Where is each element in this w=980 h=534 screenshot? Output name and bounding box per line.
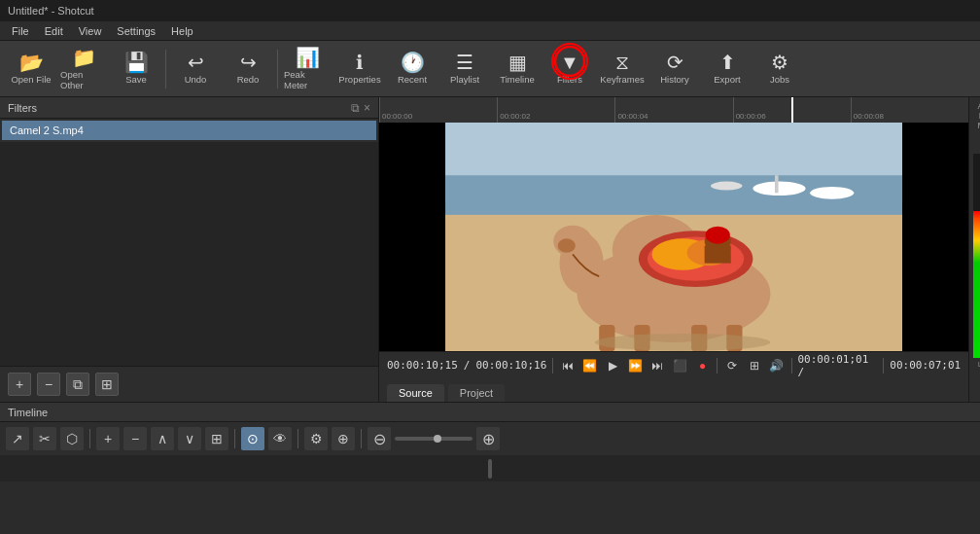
filter-remove-btn[interactable]: − (37, 373, 60, 396)
ruler-mark-2: 00:00:02 (497, 97, 530, 123)
current-timecode: 00:00:10;15 (387, 359, 458, 372)
filters-content (0, 142, 378, 366)
export-button[interactable]: ⬆ Export (702, 45, 752, 93)
scrubber-bar[interactable]: 00:00:00 00:00:02 00:00:04 00:00:06 00:0… (379, 97, 968, 123)
in-point: 00:00:01;01 / (797, 353, 877, 378)
playhead[interactable] (791, 97, 793, 123)
filter-copy-btn[interactable]: ⧉ (66, 373, 89, 396)
history-label: History (660, 74, 689, 85)
play-btn[interactable]: ▶ (605, 357, 621, 374)
tl-block-btn[interactable]: ⬡ (60, 427, 84, 450)
timeline-label: Timeline (500, 74, 535, 85)
timeline-resizer[interactable] (488, 459, 492, 479)
svg-point-0 (555, 47, 584, 76)
open-other-label: Open Other (60, 69, 107, 90)
audio-panel-title: Audio Peak Meter (973, 101, 980, 130)
properties-button[interactable]: ℹ Properties (334, 45, 385, 93)
filters-buttons: + − ⧉ ⊞ (0, 366, 378, 402)
audio-panel: Audio Peak Meter 3 0 -5 -10 -15 -20 -25 … (968, 97, 980, 402)
save-button[interactable]: 💾 Save (111, 45, 161, 93)
jobs-label: Jobs (770, 74, 789, 85)
svg-point-23 (706, 227, 730, 244)
keyframes-button[interactable]: ⧖ Keyframes (597, 45, 648, 93)
history-button[interactable]: ⟳ History (649, 45, 700, 93)
paste-icon: ⊞ (101, 376, 113, 392)
peak-meter-icon: 📊 (296, 48, 320, 67)
tab-source[interactable]: Source (387, 384, 444, 402)
open-other-button[interactable]: 📁 Open Other (58, 45, 109, 93)
undo-button[interactable]: ↩ Undo (170, 45, 221, 93)
filters-button[interactable]: ▼ Filters (544, 45, 595, 93)
meter-bars: L R (973, 134, 980, 398)
transport-sep-4 (883, 358, 884, 374)
toggle-loop-btn[interactable]: ⟳ (723, 357, 740, 374)
record-btn[interactable]: ● (694, 357, 711, 374)
tl-down-btn[interactable]: ∨ (178, 427, 201, 450)
tab-project[interactable]: Project (448, 384, 505, 402)
jobs-icon: ⚙ (771, 53, 788, 72)
tl-sep-1 (89, 429, 90, 448)
svg-point-3 (752, 182, 805, 196)
menu-bar: File Edit View Settings Help (0, 21, 980, 41)
filter-add-btn[interactable]: + (8, 373, 31, 396)
timeline-button[interactable]: ▦ Timeline (492, 45, 542, 93)
tl-add-btn[interactable]: + (96, 427, 120, 450)
timeline-icon: ▦ (508, 53, 527, 72)
menu-edit[interactable]: Edit (37, 23, 71, 39)
tl-grid-btn[interactable]: ⊞ (205, 427, 228, 450)
peak-meter-label: Peak Meter (284, 69, 331, 90)
tl-remove-btn[interactable]: − (123, 427, 147, 450)
main-content: Filters ⧉ × Camel 2 S.mp4 + − ⧉ ⊞ (0, 97, 980, 402)
copy-icon: ⧉ (73, 376, 83, 393)
rewind-btn[interactable]: ⏪ (581, 357, 598, 374)
peak-meter-button[interactable]: 📊 Peak Meter (282, 45, 332, 93)
history-icon: ⟳ (667, 53, 683, 72)
tl-razor-btn[interactable]: ✂ (33, 427, 56, 450)
tl-circle-btn[interactable]: ⊕ (332, 427, 355, 450)
filters-close-btn[interactable]: × (364, 101, 370, 115)
export-icon: ⬆ (719, 53, 736, 72)
left-meter (973, 154, 980, 358)
toolbar: 📂 Open File 📁 Open Other 💾 Save ↩ Undo ↪… (0, 41, 980, 97)
filter-paste-btn[interactable]: ⊞ (95, 373, 119, 396)
filters-header: Filters ⧉ × (0, 97, 378, 119)
open-file-label: Open File (11, 74, 51, 85)
filters-file-item[interactable]: Camel 2 S.mp4 (2, 121, 376, 140)
skip-to-end-btn[interactable]: ⏭ (649, 357, 666, 374)
source-project-tabs: Source Project (379, 378, 968, 402)
tl-zoom-in-btn[interactable]: ⊕ (476, 427, 500, 450)
menu-help[interactable]: Help (163, 23, 201, 39)
tl-arrow-btn[interactable]: ↗ (6, 427, 29, 450)
tl-zoom-out-btn[interactable]: ⊖ (368, 427, 391, 450)
video-frame (379, 123, 968, 351)
open-file-button[interactable]: 📂 Open File (6, 45, 56, 93)
filters-float-btn[interactable]: ⧉ (351, 101, 360, 115)
svg-point-24 (595, 334, 771, 351)
vol-btn[interactable]: 🔊 (768, 357, 785, 374)
playlist-button[interactable]: ☰ Playlist (439, 45, 490, 93)
fast-forward-btn[interactable]: ⏩ (627, 357, 644, 374)
menu-view[interactable]: View (71, 23, 110, 39)
jobs-button[interactable]: ⚙ Jobs (754, 45, 805, 93)
open-other-icon: 📁 (72, 48, 96, 67)
recent-label: Recent (398, 74, 427, 85)
filters-label: Filters (557, 74, 582, 85)
tl-up-btn[interactable]: ∧ (151, 427, 174, 450)
skip-to-start-btn[interactable]: ⏮ (559, 357, 576, 374)
transport-sep-3 (791, 358, 792, 374)
tl-settings-btn[interactable]: ⚙ (304, 427, 328, 450)
redo-label: Redo (237, 74, 260, 85)
tl-ripple-btn[interactable]: 👁 (268, 427, 292, 450)
recent-button[interactable]: 🕐 Recent (387, 45, 438, 93)
menu-settings[interactable]: Settings (109, 23, 163, 39)
tl-sep-4 (361, 429, 362, 448)
grid-btn[interactable]: ⊞ (746, 357, 762, 374)
stop-btn[interactable]: ⬛ (672, 357, 688, 374)
zoom-slider[interactable] (395, 437, 472, 441)
timecode-divider: / (464, 359, 471, 372)
redo-icon: ↪ (240, 53, 257, 72)
menu-file[interactable]: File (4, 23, 37, 39)
transport-section: 00:00:10;15 / 00:00:10;16 ⏮ ⏪ ▶ ⏩ ⏭ ⬛ ● … (379, 351, 968, 378)
tl-snap-btn[interactable]: ⊙ (241, 427, 264, 450)
redo-button[interactable]: ↪ Redo (223, 45, 273, 93)
